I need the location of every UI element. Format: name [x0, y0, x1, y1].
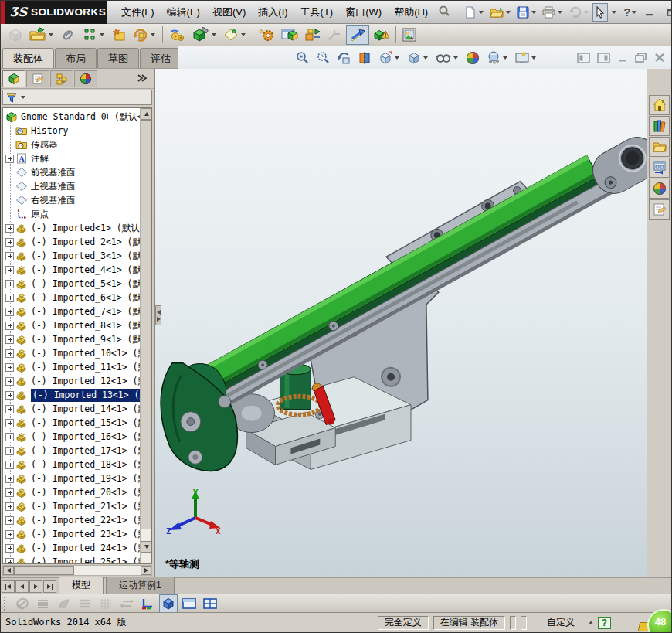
search-icon[interactable]: [437, 4, 451, 21]
expand-icon[interactable]: [5, 447, 14, 455]
tab-next-button[interactable]: [29, 580, 42, 593]
appearances-scenes-button[interactable]: [649, 179, 670, 199]
expand-icon[interactable]: [5, 516, 14, 525]
menu-item[interactable]: 插入(I): [252, 2, 294, 23]
custom-status-dropdown[interactable]: 自定义: [547, 616, 593, 629]
expand-icon[interactable]: [5, 419, 14, 427]
show-hidden-components-button[interactable]: [278, 25, 301, 45]
tree-item-right-plane[interactable]: 右视基准面: [3, 193, 140, 207]
minimize-button[interactable]: [641, 5, 658, 19]
assembly-xpert-button[interactable]: [369, 25, 392, 45]
design-library-button[interactable]: [649, 116, 670, 136]
command-tab[interactable]: 评估: [140, 48, 182, 68]
doc-minimize-button[interactable]: [617, 53, 628, 63]
expand-icon[interactable]: [5, 544, 14, 553]
tree-item-origin[interactable]: 原点: [3, 207, 140, 221]
tab-first-button[interactable]: [2, 580, 15, 593]
status-help-button[interactable]: ?: [598, 617, 611, 629]
single-viewport-button[interactable]: [180, 595, 199, 612]
command-tab[interactable]: 装配体: [2, 48, 54, 68]
tree-item-history[interactable]: History: [3, 124, 140, 138]
tree-item-component[interactable]: (-) Imported_16<1> (默认: [3, 430, 140, 444]
take-snapshot-button[interactable]: [399, 26, 419, 44]
view-orientation-button[interactable]: [376, 49, 402, 67]
tree-root[interactable]: Gnome Standard 000 (默认<: [3, 110, 140, 124]
menu-item[interactable]: 窗口(W): [339, 2, 388, 23]
exchange-tool-button[interactable]: [117, 595, 136, 612]
layers-tool-button[interactable]: [34, 595, 53, 612]
menu-item[interactable]: 视图(V): [206, 2, 252, 23]
scroll-left-button[interactable]: [3, 566, 14, 575]
scroll-up-button[interactable]: [141, 108, 152, 120]
scroll-right-button[interactable]: [141, 566, 151, 575]
tree-item-component[interactable]: (-) Imported_21<1> (默认: [3, 499, 140, 513]
expand-icon[interactable]: [5, 349, 14, 358]
tab-prev-button[interactable]: [15, 580, 29, 593]
panel-overflow-chevron[interactable]: [137, 72, 148, 86]
menu-item[interactable]: 帮助(H): [388, 2, 434, 23]
select-dropdown[interactable]: [609, 9, 619, 16]
expand-icon[interactable]: [5, 363, 14, 372]
tree-filter[interactable]: [2, 90, 152, 105]
command-tab[interactable]: 草图: [97, 48, 139, 68]
graphics-area[interactable]: Y Z X *等轴测: [155, 69, 647, 577]
tree-item-component[interactable]: (-) Imported_25<1> (默认: [3, 555, 140, 563]
edit-appearance-button[interactable]: [463, 49, 482, 67]
tree-item-front-plane[interactable]: 前视基准面: [3, 165, 140, 179]
expand-icon[interactable]: [5, 224, 14, 233]
tree-item-component[interactable]: (-) Imported_22<1> (默认: [3, 513, 140, 527]
displaymanager-tab[interactable]: [74, 70, 97, 87]
tree-item-component[interactable]: (-) Imported_20<1> (默认: [3, 485, 140, 499]
tree-item-component[interactable]: (-) Imported_17<1> (默认: [3, 444, 140, 458]
notification-badge[interactable]: 48: [647, 609, 672, 633]
sketch-tool-button[interactable]: [13, 595, 32, 612]
tree-item-top-plane[interactable]: 上视基准面: [3, 179, 140, 193]
previous-view-button[interactable]: [334, 49, 353, 67]
expand-icon[interactable]: [5, 266, 14, 274]
section-view-button[interactable]: [355, 49, 374, 67]
expand-icon[interactable]: [5, 558, 14, 564]
tree-item-component[interactable]: (-) Imported_24<1> (默认: [3, 541, 140, 555]
view-settings-button[interactable]: [513, 49, 539, 67]
doc-close-button[interactable]: [654, 53, 665, 63]
expand-icon[interactable]: [5, 308, 14, 316]
tree-vertical-scrollbar[interactable]: [140, 108, 151, 563]
insert-component-button[interactable]: [5, 25, 26, 45]
expand-icon[interactable]: [5, 405, 14, 413]
panel-splitter-handle[interactable]: [155, 305, 161, 325]
hide-show-items-button[interactable]: [433, 49, 461, 67]
menu-item[interactable]: 编辑(E): [161, 2, 206, 23]
reference-triad-button[interactable]: [138, 595, 157, 612]
exploded-line-sketch-button[interactable]: [324, 25, 346, 45]
expand-icon[interactable]: [5, 155, 14, 163]
instant3d-button[interactable]: [346, 25, 369, 45]
expand-icon[interactable]: [5, 238, 14, 247]
tree-item-component[interactable]: (-) Imported_13<1> (默: [3, 388, 140, 402]
tree-item-component[interactable]: (-) Imported_8<1> (默认: [3, 318, 140, 332]
restore-button[interactable]: [663, 5, 672, 19]
apply-scene-button[interactable]: [484, 49, 511, 67]
toolbar-grip[interactable]: [4, 597, 8, 611]
tree-item-component[interactable]: (-) Imported_10<1> (默认: [3, 346, 140, 360]
smart-fasteners-button[interactable]: [108, 25, 130, 45]
doc-restore-button[interactable]: [635, 53, 647, 63]
menu-item[interactable]: 工具(T): [294, 2, 340, 23]
tree-item-component[interactable]: (-) Imported_2<1> (默认: [3, 235, 140, 249]
expand-icon[interactable]: [5, 502, 14, 511]
tree-item-component[interactable]: (-) Imported_15<1> (默认: [3, 416, 140, 430]
tree-item-sensors[interactable]: 传感器: [3, 138, 140, 151]
lines-tool-button[interactable]: [76, 595, 94, 612]
solidworks-resources-button[interactable]: [649, 95, 670, 115]
propertymanager-tab[interactable]: [26, 70, 49, 87]
expand-icon[interactable]: [5, 294, 14, 302]
custom-properties-button[interactable]: [649, 199, 670, 220]
tree-item-component[interactable]: (-) Imported_7<1> (默认: [3, 305, 140, 318]
tree-horizontal-scrollbar[interactable]: [2, 565, 152, 576]
expand-icon[interactable]: [5, 461, 14, 469]
configurationmanager-tab[interactable]: [50, 70, 73, 87]
expand-icon[interactable]: [5, 252, 14, 260]
tree-item-component[interactable]: (-) Imported<1> (默认<<: [3, 221, 140, 235]
tree-item-component[interactable]: (-) Imported_12<1> (默认: [3, 374, 140, 388]
save-button[interactable]: [514, 3, 539, 22]
tree-item-component[interactable]: (-) Imported_4<1> (默认: [3, 263, 140, 277]
